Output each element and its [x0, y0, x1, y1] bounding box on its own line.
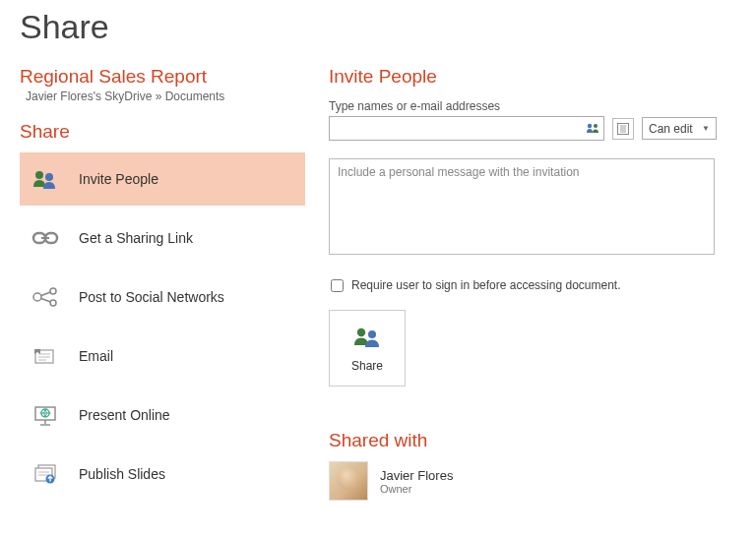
chevron-down-icon: ▼ [702, 124, 710, 133]
svg-point-25 [594, 124, 598, 128]
share-button-label: Share [351, 359, 383, 373]
svg-point-8 [50, 288, 56, 294]
sidebar-item-social-networks[interactable]: Post to Social Networks [20, 270, 305, 324]
sidebar-item-get-sharing-link[interactable]: Get a Sharing Link [20, 211, 305, 265]
sidebar-item-publish-slides[interactable]: Publish Slides [20, 448, 305, 501]
share-heading: Share [20, 121, 305, 143]
social-networks-icon [26, 286, 65, 308]
share-button-icon [352, 325, 382, 351]
svg-point-0 [35, 171, 43, 179]
sidebar-item-present-online[interactable]: Present Online [20, 388, 305, 442]
present-online-icon [26, 403, 65, 427]
svg-point-9 [50, 300, 56, 306]
check-names-icon[interactable] [585, 121, 600, 137]
svg-rect-26 [618, 123, 629, 134]
address-book-button[interactable] [612, 118, 634, 140]
invite-people-heading: Invite People [329, 66, 736, 88]
sidebar-item-invite-people[interactable]: Invite People [20, 152, 305, 206]
invite-people-icon [26, 167, 65, 191]
svg-point-7 [33, 293, 41, 301]
shared-with-heading: Shared with [329, 430, 736, 451]
permission-value: Can edit [649, 122, 693, 136]
svg-rect-4 [41, 237, 49, 239]
names-field-label: Type names or e-mail addresses [329, 99, 736, 113]
names-input[interactable] [329, 116, 604, 141]
avatar [329, 461, 368, 501]
link-icon [26, 229, 65, 247]
sidebar-item-label: Present Online [79, 407, 170, 423]
address-book-icon [616, 122, 630, 136]
sidebar-item-email[interactable]: Email [20, 329, 305, 383]
share-button[interactable]: Share [329, 310, 406, 387]
sidebar-item-label: Invite People [79, 171, 158, 187]
personal-message-input[interactable] [329, 158, 715, 255]
publish-slides-icon [26, 462, 65, 486]
shared-with-person: Javier Flores Owner [329, 461, 736, 501]
svg-point-1 [45, 173, 53, 181]
breadcrumb: Javier Flores's SkyDrive » Documents [20, 90, 305, 103]
svg-point-31 [357, 328, 365, 335]
require-signin-label: Require user to sign in before accessing… [351, 278, 621, 292]
sidebar-item-label: Post to Social Networks [79, 289, 224, 305]
svg-point-24 [588, 123, 592, 127]
page-title: Share [20, 8, 736, 46]
share-list: Invite People Get a Sharing Link [20, 152, 305, 501]
person-name: Javier Flores [380, 468, 453, 483]
require-signin-checkbox[interactable] [331, 279, 344, 292]
permission-select[interactable]: Can edit ▼ [642, 117, 717, 140]
person-role: Owner [380, 483, 453, 495]
sidebar-item-label: Email [79, 348, 113, 364]
sidebar-item-label: Get a Sharing Link [79, 230, 193, 246]
sidebar-item-label: Publish Slides [79, 466, 165, 482]
email-icon [26, 345, 65, 367]
document-title: Regional Sales Report [20, 66, 305, 88]
svg-point-32 [368, 330, 376, 338]
